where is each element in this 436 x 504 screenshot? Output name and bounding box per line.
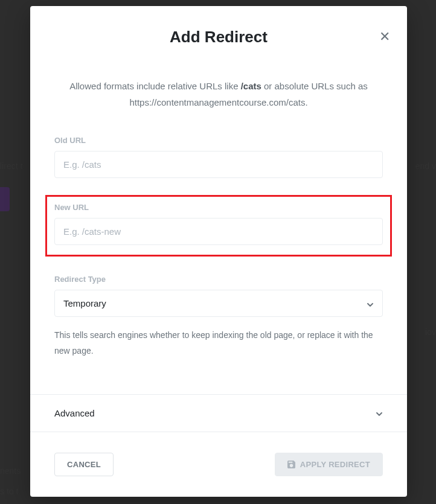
- old-url-label: Old URL: [54, 136, 383, 145]
- modal-footer: CANCEL APPLY REDIRECT: [30, 432, 407, 497]
- new-url-input[interactable]: [54, 218, 383, 245]
- modal-subtitle: Allowed formats include relative URLs li…: [54, 78, 383, 110]
- save-icon: [287, 461, 295, 468]
- redirect-type-group: Redirect Type Temporary This tells searc…: [54, 275, 383, 359]
- advanced-label: Advanced: [54, 408, 95, 418]
- background-block: [0, 187, 10, 211]
- chevron-down-icon: [376, 409, 383, 416]
- chevron-down-icon: [367, 300, 374, 307]
- redirect-type-label: Redirect Type: [54, 275, 383, 284]
- apply-button-label: APPLY REDIRECT: [300, 460, 370, 469]
- background-text: iov: [425, 327, 436, 337]
- cancel-button[interactable]: CANCEL: [54, 453, 114, 476]
- background-text: s to t: [0, 486, 18, 496]
- background-text: end v: [415, 161, 436, 171]
- close-button[interactable]: ✕: [379, 30, 390, 43]
- old-url-input[interactable]: [54, 151, 383, 178]
- redirect-type-help: This tells search engines whether to kee…: [54, 328, 383, 359]
- background-text: lirect t: [0, 161, 22, 171]
- modal-title: Add Redirect: [54, 28, 383, 46]
- new-url-label: New URL: [54, 203, 383, 212]
- advanced-toggle[interactable]: Advanced: [30, 395, 407, 432]
- background-text: nents: [0, 466, 21, 476]
- old-url-group: Old URL: [54, 136, 383, 178]
- close-icon: ✕: [379, 29, 390, 44]
- modal-header: ✕ Add Redirect Allowed formats include r…: [30, 6, 407, 125]
- apply-redirect-button[interactable]: APPLY REDIRECT: [275, 453, 383, 476]
- redirect-type-select[interactable]: Temporary: [54, 290, 383, 317]
- add-redirect-modal: ✕ Add Redirect Allowed formats include r…: [30, 6, 407, 497]
- modal-body: Old URL New URL Redirect Type Temporary …: [30, 125, 407, 394]
- new-url-group: New URL: [45, 195, 392, 257]
- redirect-type-selected: Temporary: [63, 298, 106, 308]
